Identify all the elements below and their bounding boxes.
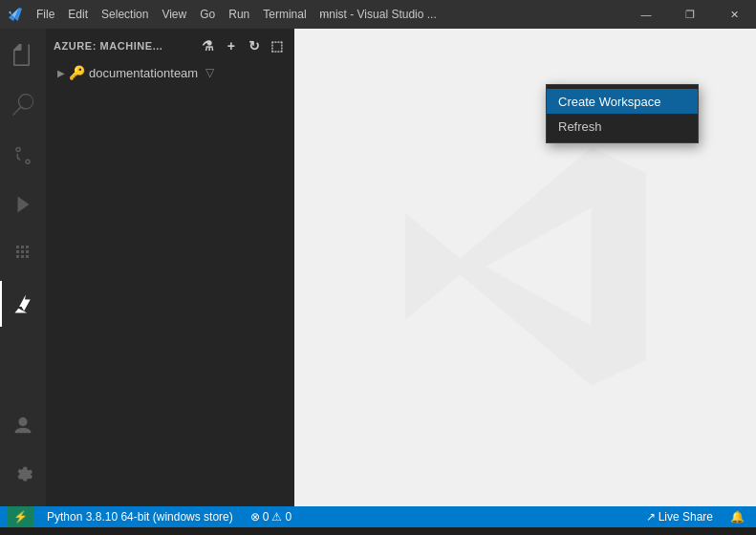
refresh-icon: ↻ <box>248 38 261 54</box>
live-share-label: Live Share <box>659 510 713 524</box>
key-icon: 🔑 <box>69 65 85 80</box>
menu-view[interactable]: View <box>156 6 192 23</box>
context-menu-refresh[interactable]: Refresh <box>547 114 698 139</box>
menu-run[interactable]: Run <box>223 6 255 23</box>
menu-go[interactable]: Go <box>194 6 221 23</box>
errors-count[interactable]: ⊗ 0 ⚠ 0 <box>247 506 295 527</box>
activity-bar-bottom <box>0 403 46 506</box>
remote-icon: ⚡ <box>13 510 28 524</box>
filter-dropdown-icon: ▽ <box>205 66 214 79</box>
window-title: mnist - Visual Studio ... <box>319 8 437 21</box>
main-layout: AZURE: MACHINE... ⚗ + ↻ ⬚ ▶ 🔑 documentat <box>0 29 756 506</box>
sidebar-title: AZURE: MACHINE... <box>54 40 162 52</box>
activity-item-extensions[interactable] <box>0 231 46 277</box>
add-icon: + <box>227 38 236 54</box>
error-icon: ⊗ <box>250 510 260 524</box>
add-icon-button[interactable]: + <box>222 36 241 55</box>
menu-terminal[interactable]: Terminal <box>257 6 312 23</box>
subscription-icon: ⬚ <box>270 38 284 54</box>
context-menu: Create Workspace Refresh <box>546 84 699 143</box>
status-bar: ⚡ Python 3.8.10 64-bit (windows store) ⊗… <box>0 506 756 527</box>
tree-item-documentation[interactable]: ▶ 🔑 documentationteam ▽ <box>46 62 294 83</box>
warnings-value: 0 <box>285 510 292 524</box>
errors-value: 0 <box>263 510 270 524</box>
title-bar: File Edit Selection View Go Run Terminal… <box>0 0 756 29</box>
refresh-icon-button[interactable]: ↻ <box>245 36 264 55</box>
sidebar: AZURE: MACHINE... ⚗ + ↻ ⬚ ▶ 🔑 documentat <box>46 29 294 506</box>
python-version-label: Python 3.8.10 64-bit (windows store) <box>47 510 233 524</box>
live-share-button[interactable]: ↗ Live Share <box>642 506 717 527</box>
activity-item-search[interactable] <box>0 82 46 128</box>
menu-file[interactable]: File <box>31 6 60 23</box>
flask-icon-button[interactable]: ⚗ <box>199 36 218 55</box>
warning-icon: ⚠ <box>271 510 282 524</box>
remote-indicator[interactable]: ⚡ <box>8 506 33 527</box>
activity-item-accounts[interactable] <box>0 403 46 449</box>
activity-bar <box>0 29 46 506</box>
activity-item-run-debug[interactable] <box>0 182 46 227</box>
status-bar-left: ⚡ Python 3.8.10 64-bit (windows store) ⊗… <box>8 506 295 527</box>
app-logo <box>8 7 23 22</box>
live-share-icon: ↗ <box>646 510 656 524</box>
bell-icon: 🔔 <box>730 510 745 524</box>
activity-item-settings[interactable] <box>0 453 46 499</box>
chevron-right-icon: ▶ <box>57 68 65 78</box>
python-version[interactable]: Python 3.8.10 64-bit (windows store) <box>43 506 237 527</box>
tree-item-label: documentationteam <box>89 66 198 80</box>
vscode-watermark <box>392 133 659 403</box>
subscription-icon-button[interactable]: ⬚ <box>268 36 287 55</box>
minimize-button[interactable]: — <box>624 0 668 29</box>
context-menu-create-workspace[interactable]: Create Workspace <box>547 89 698 114</box>
status-bar-right: ↗ Live Share 🔔 <box>642 506 748 527</box>
flask-icon: ⚗ <box>202 38 215 54</box>
menu-selection[interactable]: Selection <box>96 6 154 23</box>
activity-item-source-control[interactable] <box>0 132 46 178</box>
sidebar-header-icons: ⚗ + ↻ ⬚ <box>199 36 287 55</box>
activity-item-explorer[interactable] <box>0 32 46 78</box>
notifications-button[interactable]: 🔔 <box>726 506 748 527</box>
window-controls: — ❐ ✕ <box>624 0 756 29</box>
content-area: Create Workspace Refresh <box>294 29 756 506</box>
maximize-button[interactable]: ❐ <box>668 0 712 29</box>
menu-edit[interactable]: Edit <box>62 6 94 23</box>
activity-item-azure[interactable] <box>0 281 46 327</box>
menu-bar[interactable]: File Edit Selection View Go Run Terminal… <box>31 6 335 23</box>
sidebar-header: AZURE: MACHINE... ⚗ + ↻ ⬚ <box>46 29 294 62</box>
close-button[interactable]: ✕ <box>712 0 756 29</box>
